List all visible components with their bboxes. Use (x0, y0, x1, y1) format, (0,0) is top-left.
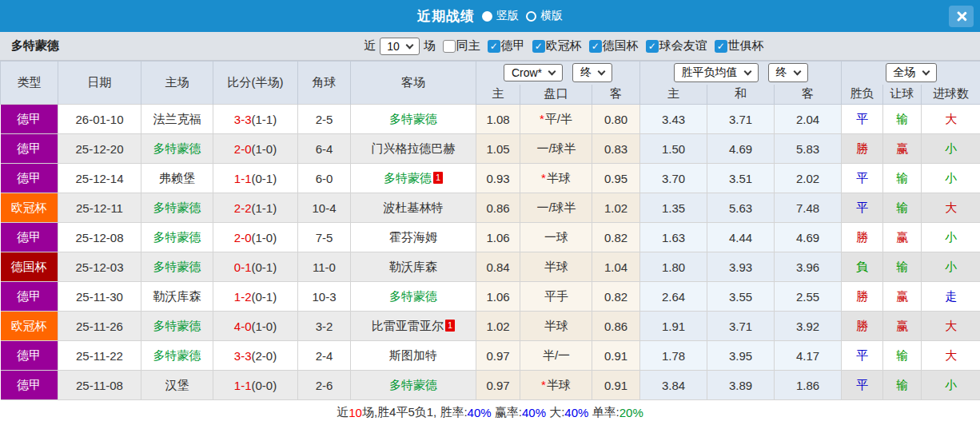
handicap-value: 一球 (544, 230, 568, 244)
chevron-down-icon (405, 41, 413, 49)
red-card-badge: 1 (445, 320, 455, 332)
away-team-cell: 霍芬海姆 (351, 223, 476, 252)
away-team-name: 多特蒙德 (389, 289, 437, 303)
halftime-score: (0-0) (252, 379, 277, 392)
competition-checkbox[interactable]: ✓ (646, 40, 659, 53)
date-cell: 25-11-22 (58, 341, 141, 371)
avg-lose-cell: 2.55 (775, 282, 842, 312)
halftime-score: (1-0) (252, 231, 277, 244)
summary-segment: 单率: (588, 405, 619, 420)
score-cell: 1-1(0-1) (213, 164, 298, 193)
away-team-name: 斯图加特 (389, 348, 437, 362)
league-badge: 德甲 (1, 223, 58, 252)
chevron-down-icon (793, 68, 801, 76)
avg-type-select[interactable]: 胜平负均值 (674, 63, 759, 82)
same-home-checkbox[interactable] (443, 40, 456, 53)
layout-portrait-radio[interactable]: 竖版 (482, 9, 519, 23)
halftime-score: (1-1) (252, 113, 277, 126)
avg-win-cell: 1.63 (640, 223, 707, 252)
results-table: 类型 日期 主场 比分(半场) 角球 客场 Crow* 终 (0, 61, 980, 400)
halftime-score: (0-1) (252, 260, 277, 274)
corners-cell: 2-6 (298, 371, 351, 400)
scope-group-header: 全场 (842, 62, 980, 85)
odds-away-cell: 0.82 (592, 223, 640, 252)
match-count-select[interactable]: 10 (380, 38, 420, 55)
odds-home-cell: 0.97 (476, 371, 520, 400)
col-header-date: 日期 (58, 62, 141, 105)
away-team-name: 多特蒙德 (384, 171, 432, 185)
odds-home-cell: 1.06 (476, 223, 520, 252)
odds-home-cell: 1.06 (476, 282, 520, 312)
avg-win-cell: 2.64 (640, 282, 707, 312)
odds-away-cell: 0.80 (592, 105, 640, 134)
avg-win-cell: 3.43 (640, 105, 707, 134)
scope-select[interactable]: 全场 (886, 63, 937, 82)
odds-state-select[interactable]: 终 (572, 63, 612, 82)
filterbar: 多特蒙德 近 10 场 同主 ✓德甲✓欧冠杯✓德国杯✓球会友谊✓世俱杯 (0, 32, 980, 61)
avg-type-value: 胜平负均值 (682, 66, 738, 80)
home-team-name: 多特蒙德 (153, 319, 201, 332)
landscape-label: 横版 (540, 9, 563, 23)
fulltime-score: 1-1 (234, 172, 252, 185)
away-team-cell: 勒沃库森 (351, 252, 476, 282)
odds-away-cell: 0.91 (592, 371, 640, 400)
away-team-name: 霍芬海姆 (389, 230, 437, 244)
odds-home-cell: 0.86 (476, 193, 520, 223)
result-goals-cell: 小 (922, 223, 980, 252)
close-icon (955, 10, 967, 22)
match-count-value: 10 (387, 40, 400, 53)
away-team-cell: 多特蒙德 (351, 371, 476, 400)
summary-segment: 10 (349, 406, 362, 419)
fulltime-score: 1-1 (234, 379, 252, 392)
avg-lose-cell: 2.02 (775, 164, 842, 193)
home-team-name: 多特蒙德 (153, 260, 201, 273)
col-header-away: 客场 (351, 62, 476, 105)
avg-state-value: 终 (776, 66, 787, 80)
summary-segment: 20% (619, 406, 643, 419)
competition-checkbox[interactable]: ✓ (532, 40, 545, 53)
result-goals-cell: 小 (922, 252, 980, 282)
league-badge: 德甲 (1, 282, 58, 312)
layout-landscape-radio[interactable]: 横版 (526, 9, 563, 23)
summary-footer: 近10场,胜4平5负1, 胜率:40% 赢率:40% 大:40% 单率:20% (0, 400, 980, 425)
handicap-value: 半/一 (543, 348, 570, 362)
corners-cell: 6-4 (298, 134, 351, 164)
col-header-corners: 角球 (298, 62, 351, 105)
result-handicap-cell: 输 (883, 105, 922, 134)
avg-state-select[interactable]: 终 (768, 63, 808, 82)
corners-cell: 2-5 (298, 105, 351, 134)
near-label: 近 (364, 38, 376, 54)
table-row: 德甲 25-11-22 多特蒙德 3-3(2-0) 2-4 斯图加特 0.97 … (1, 341, 980, 371)
panel-title: 近期战绩 (417, 7, 475, 26)
score-cell: 2-0(1-0) (213, 223, 298, 252)
competition-checkbox[interactable]: ✓ (488, 40, 500, 53)
corners-cell: 10-3 (298, 282, 351, 312)
result-goals-cell: 小 (922, 134, 980, 164)
date-cell: 25-12-20 (58, 134, 141, 164)
portrait-label: 竖版 (496, 9, 519, 23)
odds-away-cell: 0.83 (592, 134, 640, 164)
away-team-cell: 多特蒙德 (351, 105, 476, 134)
filters: 近 10 场 同主 ✓德甲✓欧冠杯✓德国杯✓球会友谊✓世俱杯 (159, 38, 969, 55)
home-team-name: 多特蒙德 (153, 230, 201, 244)
result-wdl-cell: 平 (842, 371, 883, 400)
fulltime-score: 3-3 (234, 113, 252, 126)
league-label: 德甲 (17, 171, 41, 185)
home-team-cell: 法兰克福 (141, 105, 213, 134)
table-body: 德甲 26-01-10 法兰克福 3-3(1-1) 2-5 多特蒙德 1.08 … (1, 105, 980, 400)
fulltime-score: 4-0 (234, 320, 252, 333)
table-row: 德甲 26-01-10 法兰克福 3-3(1-1) 2-5 多特蒙德 1.08 … (1, 105, 980, 134)
date-cell: 25-12-08 (58, 223, 141, 252)
date-cell: 25-11-30 (58, 282, 141, 312)
competition-label: 德国杯 (603, 38, 639, 54)
competition-checkbox[interactable]: ✓ (715, 40, 727, 53)
red-card-badge: 1 (433, 172, 443, 184)
date-cell: 26-01-10 (58, 105, 141, 134)
competition-checkbox[interactable]: ✓ (589, 40, 602, 53)
date-cell: 25-12-03 (58, 252, 141, 282)
result-wdl-cell: 勝 (842, 312, 883, 341)
close-button[interactable] (949, 6, 974, 27)
odds-away-cell: 0.86 (592, 312, 640, 341)
odds-company-select[interactable]: Crow* (504, 64, 563, 81)
titlebar: 近期战绩 竖版 横版 (0, 0, 980, 32)
